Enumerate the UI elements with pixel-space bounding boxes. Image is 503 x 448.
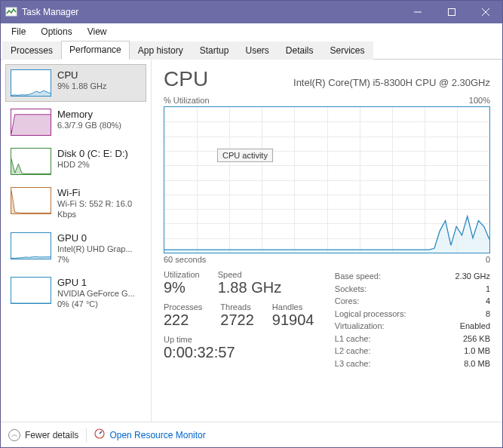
stats-right: Base speed:2.30 GHzSockets:1Cores:4Logic… — [335, 270, 490, 370]
tab-strip: Processes Performance App history Startu… — [1, 40, 502, 60]
stat-handles: Handles 91904 — [272, 302, 314, 329]
tab-details[interactable]: Details — [278, 41, 322, 60]
detail-row: L3 cache:8.0 MB — [335, 357, 490, 370]
tab-processes[interactable]: Processes — [2, 41, 61, 60]
stat-row: Processes 222 Threads 2722 Handles 91904 — [164, 302, 335, 329]
tab-performance[interactable]: Performance — [61, 41, 130, 60]
footer: ︿ Fewer details Open Resource Monitor — [1, 422, 502, 447]
chart-tooltip: CPU activity — [217, 149, 273, 162]
sidebar-item-sub: Intel(R) UHD Grap... 7% — [57, 244, 141, 265]
memory-thumb — [11, 109, 51, 136]
stat-label: Handles — [272, 302, 314, 311]
menu-options[interactable]: Options — [33, 25, 79, 38]
stat-value: 2722 — [220, 311, 254, 329]
sidebar-item-sub: NVIDIA GeForce G... 0% (47 °C) — [57, 288, 141, 310]
window-title: Task Manager — [22, 7, 400, 17]
chart-ylabel: % Utilization — [164, 96, 210, 105]
tab-startup[interactable]: Startup — [192, 41, 238, 60]
resource-monitor-icon — [94, 428, 105, 441]
detail-value: 8.0 MB — [464, 357, 490, 370]
detail-value: 8 — [486, 308, 490, 321]
fewer-details-button[interactable]: ︿ Fewer details — [8, 429, 78, 441]
app-icon — [5, 6, 17, 18]
resource-monitor-label: Open Resource Monitor — [109, 430, 205, 440]
stat-speed: Speed 1.88 GHz — [218, 270, 281, 296]
sidebar-text: GPU 0 Intel(R) UHD Grap... 7% — [57, 232, 141, 265]
detail-key: Logical processors: — [335, 308, 406, 321]
sidebar-item-wifi[interactable]: Wi-Fi Wi-Fi S: 552 R: 16.0 Kbps — [5, 182, 146, 226]
detail-row: Cores:4 — [335, 295, 490, 308]
stat-value: 9% — [164, 279, 200, 296]
menu-view[interactable]: View — [80, 25, 115, 38]
detail-value: 4 — [486, 295, 490, 308]
chart-xleft: 60 seconds — [164, 255, 206, 264]
sidebar-text: Memory 6.3/7.9 GB (80%) — [57, 109, 121, 130]
chart-top-labels: % Utilization 100% — [164, 96, 490, 105]
stat-label: Utilization — [164, 270, 200, 279]
stat-value: 0:00:32:57 — [164, 344, 335, 361]
fewer-details-label: Fewer details — [25, 430, 78, 440]
sidebar-item-disk[interactable]: Disk 0 (C: E: D:) HDD 2% — [5, 143, 146, 180]
sidebar-item-label: Wi-Fi — [57, 187, 141, 198]
sidebar-item-label: Memory — [57, 109, 121, 120]
detail-key: L2 cache: — [335, 345, 371, 357]
sidebar-item-label: Disk 0 (C: E: D:) — [57, 148, 128, 159]
sidebar-item-gpu1[interactable]: GPU 1 NVIDIA GeForce G... 0% (47 °C) — [5, 272, 146, 315]
chart-line — [164, 107, 489, 253]
main-heading-row: CPU Intel(R) Core(TM) i5-8300H CPU @ 2.3… — [164, 67, 490, 91]
detail-row: L2 cache:1.0 MB — [335, 345, 490, 357]
stat-value: 91904 — [272, 311, 314, 329]
gpu1-thumb — [11, 277, 51, 304]
stats-left: Utilization 9% Speed 1.88 GHz Processes … — [164, 270, 335, 370]
gpu0-thumb — [11, 232, 51, 259]
svg-rect-2 — [448, 9, 455, 16]
detail-key: L1 cache: — [335, 333, 371, 345]
open-resource-monitor-link[interactable]: Open Resource Monitor — [94, 428, 205, 441]
detail-row: L1 cache:256 KB — [335, 333, 490, 345]
tab-services[interactable]: Services — [322, 41, 373, 60]
footer-separator — [86, 428, 87, 442]
detail-row: Virtualization:Enabled — [335, 320, 490, 333]
sidebar-item-sub: HDD 2% — [57, 159, 128, 170]
sidebar-item-gpu0[interactable]: GPU 0 Intel(R) UHD Grap... 7% — [5, 227, 146, 271]
detail-value: 1 — [486, 283, 490, 296]
stat-label: Up time — [164, 335, 335, 344]
maximize-button[interactable] — [434, 1, 468, 23]
sidebar-item-sub: 6.3/7.9 GB (80%) — [57, 120, 121, 130]
sidebar-item-label: CPU — [57, 69, 106, 81]
sidebar-text: Disk 0 (C: E: D:) HDD 2% — [57, 148, 128, 170]
sidebar-item-sub: 9% 1.88 GHz — [57, 81, 106, 91]
main-panel: CPU Intel(R) Core(TM) i5-8300H CPU @ 2.3… — [152, 60, 502, 422]
chart-xright: 0 — [486, 255, 490, 264]
sidebar-item-label: GPU 0 — [57, 232, 141, 244]
sidebar-text: GPU 1 NVIDIA GeForce G... 0% (47 °C) — [57, 277, 141, 310]
svg-line-6 — [100, 431, 102, 434]
cpu-chart[interactable]: CPU activity — [164, 106, 490, 253]
task-manager-window: Task Manager File Options View Processes… — [0, 0, 503, 448]
page-title: CPU — [164, 67, 208, 91]
stat-label: Speed — [218, 270, 281, 279]
sidebar-item-cpu[interactable]: CPU 9% 1.88 GHz — [5, 64, 146, 102]
cpu-model: Intel(R) Core(TM) i5-8300H CPU @ 2.30GHz — [220, 77, 490, 88]
wifi-thumb — [11, 187, 51, 214]
stat-processes: Processes 222 — [164, 302, 202, 329]
detail-value: 2.30 GHz — [455, 270, 490, 283]
detail-key: Virtualization: — [335, 320, 385, 333]
titlebar[interactable]: Task Manager — [1, 1, 502, 23]
chart-bottom-labels: 60 seconds 0 — [164, 255, 490, 264]
sidebar-item-memory[interactable]: Memory 6.3/7.9 GB (80%) — [5, 103, 146, 141]
cpu-thumb — [11, 69, 51, 97]
stat-uptime: Up time 0:00:32:57 — [164, 335, 335, 361]
sidebar-text: Wi-Fi Wi-Fi S: 552 R: 16.0 Kbps — [57, 187, 141, 220]
detail-value: 1.0 MB — [464, 345, 490, 357]
detail-key: Sockets: — [335, 283, 367, 296]
stat-threads: Threads 2722 — [220, 302, 254, 329]
menu-file[interactable]: File — [4, 25, 33, 38]
detail-key: Base speed: — [335, 270, 381, 283]
close-button[interactable] — [468, 1, 502, 23]
stat-value: 222 — [164, 311, 202, 329]
disk-thumb — [11, 148, 51, 175]
tab-app-history[interactable]: App history — [130, 41, 192, 60]
tab-users[interactable]: Users — [237, 41, 277, 60]
minimize-button[interactable] — [400, 1, 434, 23]
